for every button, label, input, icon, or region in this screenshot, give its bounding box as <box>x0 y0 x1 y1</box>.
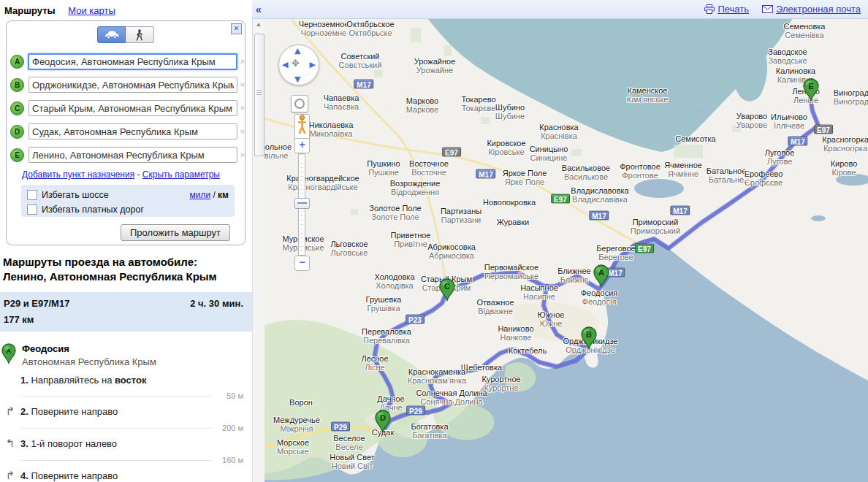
waypoint-row: D× <box>10 123 245 140</box>
heading-line1: Маршруты проезда на автомобиле: <box>3 255 252 269</box>
road-badge-М17: М17 <box>670 206 690 215</box>
map-place-label: КировоКірове <box>831 159 858 177</box>
road-badge-М17: М17 <box>476 169 495 179</box>
reset-view-button[interactable] <box>291 95 308 112</box>
map-marker-D[interactable]: D <box>375 410 391 433</box>
start-waypoint-section: A Феодосия Автономная Республика Крым <box>1 343 252 367</box>
map-place-label: ВладиславовкаВладиславівка <box>571 186 628 204</box>
scrollbar-thumb[interactable] <box>254 34 264 156</box>
map-place-label: КрасногоркаКрасногірка <box>822 135 868 153</box>
map-place-label: Новопокровка <box>483 198 536 207</box>
close-icon[interactable]: ✕ <box>231 23 242 34</box>
map-place-label: ЮжноеЮжне <box>538 310 565 328</box>
print-link[interactable]: Печать <box>704 4 749 15</box>
clear-waypoint-icon[interactable]: × <box>240 127 245 136</box>
map-marker-E[interactable]: E <box>803 78 819 102</box>
waypoint-input-d[interactable] <box>28 123 237 139</box>
printer-icon <box>704 4 715 14</box>
map-marker-C[interactable]: C <box>439 278 455 302</box>
green-pin-icon: A <box>593 264 609 288</box>
map-place-label: ЯчменноеЯчмінне <box>664 161 702 178</box>
waypoint-input-e[interactable] <box>28 147 237 163</box>
scroll-up-icon[interactable]: ▲ <box>253 19 264 31</box>
map-place-label: Ворон <box>289 398 313 407</box>
pan-right-icon[interactable]: ▶ <box>310 60 316 69</box>
direction-step[interactable]: ↱2. Поверните направо <box>0 405 252 418</box>
hide-options-link[interactable]: Скрыть параметры <box>142 169 220 180</box>
pan-up-icon[interactable]: ▲ <box>294 46 300 56</box>
map-place-label: УрожайноеУрожайне <box>414 57 456 74</box>
car-icon <box>104 30 120 39</box>
map-place-label: АбрикосовкаАбрикосівка <box>427 242 476 260</box>
clear-waypoint-icon[interactable]: × <box>240 150 245 159</box>
clear-waypoint-icon[interactable]: × <box>240 57 245 66</box>
car-mode-button[interactable] <box>97 26 126 43</box>
tab-routes[interactable]: Маршруты <box>4 5 56 16</box>
waypoint-input-a[interactable] <box>28 53 237 70</box>
step-distance: 59 м <box>211 391 252 400</box>
map-place-label: ОтважноеВідважне <box>476 298 514 315</box>
zoom-slider-handle[interactable] <box>294 198 310 209</box>
svg-text:E: E <box>808 82 813 91</box>
miles-link[interactable]: мили <box>189 190 210 200</box>
form-links: Добавить пункт назначения - Скрыть парам… <box>22 169 245 180</box>
sidebar-scrollbar[interactable]: ▲ <box>252 19 264 482</box>
map-place-label: ПривольноеПривільне <box>264 142 292 160</box>
pan-hand-icon: ✥ <box>292 58 300 69</box>
map-place-label: ПереваловкаПеревалівка <box>362 327 411 345</box>
map-place-label: ЛесноеЛісне <box>361 354 388 372</box>
map-place-label: КировскоеКіровське <box>487 139 525 156</box>
road-badge-М17: М17 <box>589 211 609 221</box>
svg-text:A: A <box>598 268 604 277</box>
map-place-label: Щебетовка <box>461 363 502 372</box>
waypoint-row: A× <box>10 53 245 70</box>
pan-left-icon[interactable]: ◀ <box>282 60 288 69</box>
direction-step[interactable]: ↱4. Поверните направо <box>0 469 252 482</box>
zoom-out-button[interactable]: − <box>294 256 310 271</box>
map-place-label: ЧерноземноеЧорноземне <box>299 20 349 37</box>
collapse-sidebar-icon[interactable]: « <box>252 4 262 15</box>
waypoint-row: B× <box>10 76 245 93</box>
avoid-tolls-checkbox[interactable] <box>27 204 37 215</box>
map-place-label: ЛьговскоеЛьговське <box>330 240 368 257</box>
map-place-label: БереговоеБерегове <box>596 244 635 261</box>
map-place-label: КрасновкаКраснівка <box>539 123 578 140</box>
direction-step[interactable]: ↰3. 1-й поворот налево <box>0 437 252 450</box>
waypoint-list: A×B×C×D×E× <box>7 53 245 164</box>
road-badge-М17: М17 <box>788 137 807 146</box>
get-directions-button[interactable]: Проложить маршрут <box>121 224 230 241</box>
pan-control[interactable]: ▲ ▼ ◀ ▶ ✥ <box>278 45 319 85</box>
map-place-label: ГрушевкаГрушівка <box>366 295 402 313</box>
waypoint-letter-badge: C <box>10 102 24 115</box>
map-place-label: Семисотка <box>675 134 715 143</box>
clear-waypoint-icon[interactable]: × <box>240 104 245 112</box>
road-badge-Е97: Е97 <box>442 148 461 157</box>
add-destination-link[interactable]: Добавить пункт назначения <box>22 169 134 180</box>
pegman-streetview-control[interactable] <box>294 114 310 139</box>
direction-step[interactable]: 1. Направляйтесь на восток <box>0 375 252 386</box>
envelope-icon <box>762 5 773 13</box>
waypoint-input-c[interactable] <box>28 100 237 116</box>
svg-text:B: B <box>586 330 592 339</box>
avoid-highways-checkbox[interactable] <box>27 190 37 200</box>
waypoint-input-b[interactable] <box>28 77 237 93</box>
road-badge-Р29: Р29 <box>331 422 350 432</box>
tab-my-maps[interactable]: Мои карты <box>68 5 115 16</box>
units-separator: / <box>210 190 218 200</box>
map-place-label: ПервомайскоеПервомайське <box>484 263 538 280</box>
walking-mode-button[interactable] <box>126 26 154 43</box>
clear-waypoint-icon[interactable]: × <box>240 80 245 89</box>
avoid-tolls-label: Избегать платных дорог <box>42 204 144 215</box>
map-marker-A[interactable]: A <box>593 264 609 288</box>
map-marker-B[interactable]: B <box>581 326 597 350</box>
reset-view-icon <box>294 99 305 109</box>
zoom-in-button[interactable]: + <box>294 138 310 153</box>
email-link[interactable]: Электронная почта <box>762 4 861 15</box>
map-canvas[interactable]: ЧерноземноеЧорноземнеОктябрьскоеОктябрьс… <box>264 0 868 482</box>
map-place-label: ПриветноеПривітне <box>391 231 431 248</box>
svg-text:D: D <box>380 413 386 422</box>
map-place-label: МарковоМаркове <box>406 96 438 114</box>
pan-down-icon[interactable]: ▼ <box>294 74 300 84</box>
start-subtitle: Автономная Республика Крым <box>22 356 156 367</box>
map-place-label: ВинограднВиноградн <box>834 88 868 106</box>
